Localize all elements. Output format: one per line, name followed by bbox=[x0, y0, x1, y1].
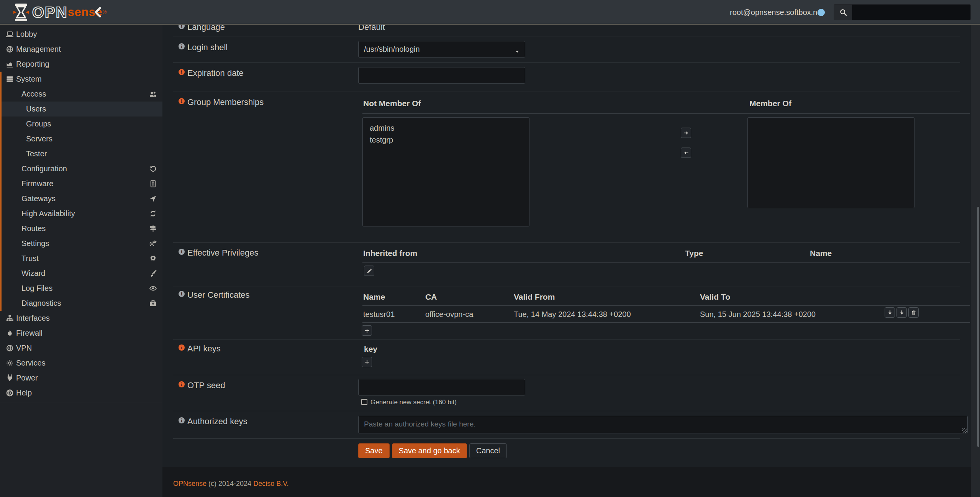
save-and-go-back-button[interactable]: Save and go back bbox=[392, 443, 467, 458]
cert-valid-from-header: Valid From bbox=[514, 292, 555, 302]
otp-seed-input[interactable] bbox=[358, 379, 525, 395]
sidebar-item-lobby[interactable]: Lobby bbox=[0, 27, 162, 42]
remove-from-group-button[interactable] bbox=[681, 148, 691, 158]
info-icon[interactable]: i bbox=[179, 417, 185, 423]
sidebar-item-label: Firewall bbox=[16, 329, 43, 338]
sidebar-item-trust[interactable]: Trust bbox=[0, 251, 162, 266]
form-row-api-keys: i API keys key bbox=[173, 340, 960, 375]
status-dot[interactable] bbox=[818, 9, 825, 16]
authorized-keys-textarea[interactable] bbox=[358, 416, 968, 433]
export-certificate-button[interactable] bbox=[885, 307, 895, 318]
sidebar-item-configuration[interactable]: Configuration bbox=[0, 161, 162, 176]
sidebar-item-services[interactable]: Services bbox=[0, 356, 162, 371]
save-button[interactable]: Save bbox=[358, 443, 390, 458]
sidebar-item-wizard[interactable]: Wizard bbox=[0, 266, 162, 281]
logged-in-user: root@opnsense.softbox.net bbox=[730, 8, 824, 17]
certificate-icon bbox=[149, 254, 157, 263]
collapse-sidebar-button[interactable] bbox=[91, 5, 105, 19]
cert-valid-to-cell: Sun, 15 Jun 2025 13:44:38 +0200 bbox=[700, 310, 816, 319]
scrollbar-track[interactable] bbox=[971, 25, 980, 497]
info-icon[interactable]: i bbox=[179, 43, 185, 49]
expiration-date-input[interactable] bbox=[358, 67, 525, 84]
scrollbar-thumb[interactable] bbox=[977, 207, 979, 447]
sidebar-item-label: System bbox=[16, 75, 42, 84]
info-icon-highlighted[interactable]: i bbox=[179, 98, 185, 104]
arrow-right-icon bbox=[683, 130, 689, 136]
copyright-text: (c) 2014-2024 bbox=[208, 480, 251, 487]
sidebar-item-access[interactable]: Access bbox=[0, 87, 162, 102]
sidebar-item-label: High Availability bbox=[21, 209, 75, 218]
sidebar-item-label: Wizard bbox=[21, 269, 45, 278]
textarea-resize-handle[interactable] bbox=[962, 428, 967, 433]
member-of-listbox[interactable] bbox=[747, 117, 914, 208]
sidebar-item-users[interactable]: Users bbox=[0, 102, 162, 116]
sidebar-item-label: Trust bbox=[21, 254, 39, 263]
sidebar-item-interfaces[interactable]: Interfaces bbox=[0, 311, 162, 326]
cert-valid-from-cell: Tue, 14 May 2024 13:44:38 +0200 bbox=[514, 310, 631, 319]
trash-icon bbox=[911, 310, 916, 315]
fire-icon bbox=[5, 329, 14, 338]
sidebar-item-servers[interactable]: Servers bbox=[0, 131, 162, 146]
sidebar-item-management[interactable]: Management bbox=[0, 42, 162, 57]
sidebar-item-help[interactable]: Help bbox=[0, 385, 162, 400]
sidebar-item-label: Servers bbox=[26, 135, 52, 143]
not-member-of-listbox[interactable]: adminstestgrp bbox=[362, 117, 529, 226]
sidebar-item-firmware[interactable]: Firmware bbox=[0, 176, 162, 191]
info-icon-highlighted[interactable]: i bbox=[179, 344, 185, 351]
sidebar-item-power[interactable]: Power bbox=[0, 371, 162, 385]
search-input[interactable] bbox=[852, 5, 970, 20]
login-shell-select[interactable]: /usr/sbin/nologin bbox=[358, 41, 525, 57]
area-chart-icon bbox=[5, 60, 14, 69]
sidebar-item-tester[interactable]: Tester bbox=[0, 146, 162, 161]
sidebar-item-routes[interactable]: Routes bbox=[0, 221, 162, 236]
sidebar-item-reporting[interactable]: Reporting bbox=[0, 57, 162, 72]
add-certificate-button[interactable] bbox=[362, 325, 372, 336]
add-api-key-button[interactable] bbox=[362, 357, 372, 367]
sidebar-item-high-availability[interactable]: High Availability bbox=[0, 206, 162, 221]
info-icon-highlighted[interactable]: i bbox=[179, 69, 185, 75]
form-row-effective-privileges: i Effective Privileges Inherited from Ty… bbox=[173, 242, 960, 287]
add-to-group-button[interactable] bbox=[681, 128, 691, 138]
plus-icon bbox=[364, 359, 370, 365]
edit-privileges-button[interactable] bbox=[364, 266, 374, 276]
group-option[interactable]: testgrp bbox=[363, 134, 529, 146]
group-option[interactable]: admins bbox=[363, 122, 529, 134]
users-group-icon bbox=[149, 90, 157, 98]
delete-certificate-button[interactable] bbox=[908, 307, 919, 318]
sidebar-item-system[interactable]: System bbox=[0, 72, 162, 87]
form-row-expiration-date: i Expiration date bbox=[173, 62, 960, 92]
cert-valid-to-header: Valid To bbox=[700, 292, 730, 302]
info-icon[interactable]: i bbox=[179, 25, 185, 29]
sidebar-item-vpn[interactable]: VPN bbox=[0, 341, 162, 356]
sidebar-item-label: Diagnostics bbox=[21, 299, 61, 308]
group-memberships-label: Group Memberships bbox=[187, 97, 264, 107]
not-member-of-header: Not Member Of bbox=[363, 99, 421, 108]
sidebar-item-gateways[interactable]: Gateways bbox=[0, 191, 162, 206]
info-icon-highlighted[interactable]: i bbox=[179, 381, 185, 387]
info-icon[interactable]: i bbox=[179, 291, 185, 297]
sidebar-item-groups[interactable]: Groups bbox=[0, 116, 162, 131]
sidebar-item-log-files[interactable]: Log Files bbox=[0, 281, 162, 296]
form-row-otp-seed: i OTP seed Generate new secret (160 bit) bbox=[173, 375, 960, 411]
form-row-login-shell: i Login shell /usr/sbin/nologin bbox=[173, 36, 960, 62]
generate-secret-checkbox[interactable] bbox=[361, 399, 367, 405]
eye-icon bbox=[149, 284, 157, 293]
sidebar-divider bbox=[0, 402, 162, 402]
info-icon[interactable]: i bbox=[179, 249, 185, 255]
sidebar-item-settings[interactable]: Settings bbox=[0, 236, 162, 251]
authorized-keys-label: Authorized keys bbox=[187, 417, 247, 426]
cancel-button[interactable]: Cancel bbox=[469, 443, 507, 458]
sidebar-item-diagnostics[interactable]: Diagnostics bbox=[0, 296, 162, 311]
pencil-icon bbox=[367, 268, 372, 274]
cert-ca-cell: office-ovpn-ca bbox=[425, 310, 473, 319]
opnsense-footer-link[interactable]: OPNsense bbox=[173, 480, 206, 487]
language-label: Language bbox=[187, 25, 225, 32]
sidebar-item-firewall[interactable]: Firewall bbox=[0, 326, 162, 341]
firmware-icon bbox=[149, 180, 157, 188]
sidebar-item-label: Services bbox=[16, 359, 46, 367]
deciso-footer-link[interactable]: Deciso B.V. bbox=[253, 480, 288, 487]
sidebar-item-label: Interfaces bbox=[16, 314, 50, 323]
effective-privileges-label: Effective Privileges bbox=[187, 248, 258, 258]
export-certificate-p12-button[interactable] bbox=[896, 307, 907, 318]
refresh-icon bbox=[149, 210, 157, 218]
